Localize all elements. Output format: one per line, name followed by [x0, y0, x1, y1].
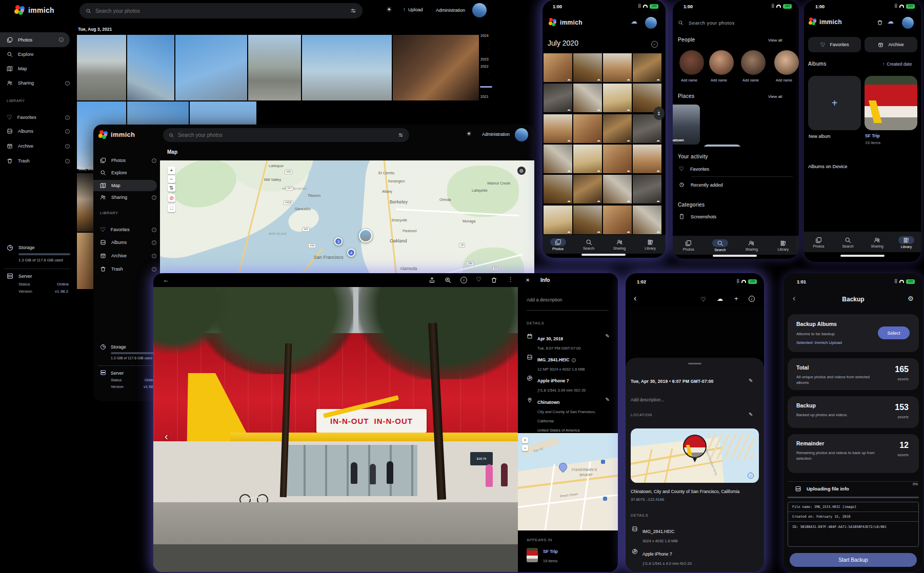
photo-area[interactable]	[626, 306, 764, 358]
back-button[interactable]: ←	[163, 276, 169, 283]
edit-date-icon[interactable]: ✎	[606, 333, 610, 352]
map-cluster-marker[interactable]: 3	[334, 237, 343, 245]
search-input[interactable]	[178, 132, 394, 138]
map-no-location-toggle[interactable]: ⊘	[168, 194, 175, 202]
nav-photos[interactable]: Photos	[543, 235, 573, 254]
minimap-zoom-out[interactable]: −	[522, 445, 528, 451]
sidebar-item-map-selected[interactable]: Map	[93, 180, 157, 191]
sidebar-item-trash[interactable]: Trashi	[7, 158, 70, 164]
photo-thumbnail[interactable]: ☁	[544, 206, 572, 234]
description-placeholder[interactable]: Add description...	[631, 397, 665, 402]
map-photo-marker[interactable]	[359, 229, 372, 242]
edit-location-icon[interactable]: ✎	[749, 412, 753, 417]
add-icon[interactable]: +	[734, 295, 738, 302]
info-icon[interactable]: i	[152, 240, 156, 245]
photo-thumbnail[interactable]: ☁	[633, 175, 661, 203]
appears-in-album[interactable]: SF Trip 15 items	[527, 546, 558, 564]
photo-thumbnail[interactable]: ☁	[633, 53, 661, 82]
recently-added-row[interactable]: Recently added	[679, 182, 723, 188]
cloud-sync-icon[interactable]: ☁	[887, 17, 894, 25]
select-button[interactable]: Select	[878, 326, 910, 339]
upload-cloud-icon[interactable]: ☁	[717, 295, 723, 302]
photo-thumbnail[interactable]: ☁	[603, 114, 632, 143]
photo-thumbnail[interactable]: ☁	[633, 206, 661, 234]
filter-icon[interactable]	[398, 132, 404, 138]
grid-scroll-thumb[interactable]: ⇕	[653, 107, 665, 120]
map-settings-button[interactable]: ⚙	[517, 167, 526, 175]
theme-toggle-icon[interactable]: ☀	[386, 6, 392, 13]
location-map-card[interactable]: San Francisco Ferry i	[631, 428, 759, 483]
sheet-drag-handle[interactable]	[688, 363, 701, 364]
nav-sharing[interactable]: Sharing	[862, 232, 892, 252]
photo-thumbnail[interactable]	[248, 35, 301, 100]
add-name-label[interactable]: Add name	[776, 78, 792, 82]
back-chevron[interactable]: ‹	[634, 294, 636, 303]
nav-search[interactable]: Search	[573, 235, 604, 254]
sidebar-item-favorites[interactable]: ♡ Favoritesi	[7, 114, 70, 121]
description-placeholder[interactable]: Add a description	[527, 297, 563, 302]
photo-thumbnail[interactable]: ☁	[633, 145, 661, 173]
photo-thumbnail[interactable]: ☁	[573, 206, 602, 234]
photo-thumbnail[interactable]: ☁	[544, 175, 572, 203]
person-avatar[interactable]	[774, 50, 799, 75]
photo-thumbnail[interactable]: ☁	[603, 53, 632, 82]
trash-icon[interactable]	[877, 19, 883, 26]
info-icon[interactable]: i	[152, 195, 156, 200]
photo-thumbnail[interactable]: ☁	[573, 114, 602, 143]
user-avatar[interactable]	[515, 128, 528, 141]
asset-info-icon[interactable]: i	[572, 358, 576, 362]
photo-thumbnail[interactable]: ☁	[544, 84, 572, 112]
map-zoom-out[interactable]: −	[168, 175, 175, 183]
info-icon[interactable]: i	[59, 37, 64, 42]
info-icon[interactable]: i	[65, 129, 70, 134]
photo-thumbnail[interactable]	[175, 35, 247, 100]
place-card[interactable]: Near North Side	[704, 145, 741, 147]
administration-link[interactable]: Administration	[436, 8, 465, 13]
add-name-label[interactable]: Add name	[681, 78, 697, 82]
album-card-sf-trip[interactable]	[865, 76, 917, 130]
sidebar-item-explore[interactable]: Explore	[7, 51, 34, 57]
upload-button[interactable]: ↑ Upload	[403, 7, 423, 12]
sidebar-item-archive[interactable]: Archivei	[100, 253, 156, 259]
info-icon[interactable]: i	[152, 158, 156, 163]
sidebar-item-albums[interactable]: Albumsi	[7, 128, 70, 134]
user-avatar[interactable]	[645, 17, 657, 29]
photo-thumbnail[interactable]: ☁	[544, 114, 572, 143]
photo-thumbnail[interactable]: ☁	[573, 53, 602, 82]
sidebar-item-favorites[interactable]: ♡ Favoritesi	[100, 226, 156, 233]
more-menu-icon[interactable]: ⋮	[508, 276, 513, 283]
trash-icon[interactable]	[491, 277, 497, 283]
photo-thumbnail[interactable]: ☁	[544, 53, 572, 82]
person-avatar[interactable]	[741, 50, 766, 75]
places-view-all[interactable]: View all	[768, 94, 782, 99]
info-icon[interactable]: i	[749, 296, 755, 302]
map-cluster-marker[interactable]: 4	[347, 249, 355, 257]
person-avatar[interactable]	[679, 50, 704, 75]
archive-pill[interactable]: Archive	[865, 37, 917, 52]
add-name-label[interactable]: Add name	[742, 78, 759, 82]
sidebar-item-sharing[interactable]: Sharingi	[7, 80, 70, 86]
photo-thumbnail[interactable]: ☁	[603, 145, 632, 173]
gear-icon[interactable]: ⚙	[908, 295, 914, 302]
map-zoom-in[interactable]: +	[168, 167, 175, 174]
search-bar[interactable]: Search your photos	[678, 17, 794, 28]
people-view-all[interactable]: View all	[768, 38, 782, 43]
photo-thumbnail[interactable]: ☁	[603, 84, 632, 112]
sidebar-item-explore[interactable]: Explore	[100, 170, 127, 176]
favorite-icon[interactable]: ♡	[476, 276, 481, 283]
photo-in-n-out[interactable]: IN-N-OUT IN-N-OUT 333 $18.79 ‹	[153, 287, 518, 572]
minimap-zoom-in[interactable]: +	[522, 437, 528, 443]
previous-photo-chevron[interactable]: ‹	[165, 431, 168, 442]
photo-thumbnail[interactable]: ☁	[603, 206, 632, 234]
info-icon[interactable]: i	[152, 254, 156, 258]
map-compass[interactable]: ⇅	[168, 184, 175, 192]
sidebar-item-map[interactable]: Map	[7, 66, 27, 72]
administration-link[interactable]: Administration	[482, 132, 510, 137]
scrubber-handle[interactable]	[480, 86, 492, 88]
photo-thumbnail[interactable]: ☁	[544, 145, 572, 173]
user-avatar[interactable]	[472, 3, 487, 17]
info-icon[interactable]: i	[65, 81, 70, 86]
info-button[interactable]: i	[460, 277, 467, 283]
select-all-icon[interactable]: ✓	[651, 41, 658, 48]
sidebar-item-sharing[interactable]: Sharingi	[100, 194, 156, 200]
